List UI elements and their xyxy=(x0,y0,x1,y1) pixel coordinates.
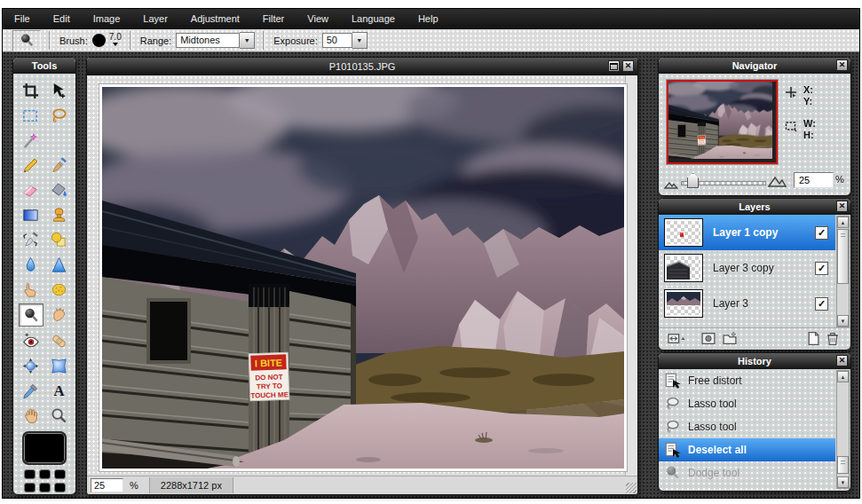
swatch-4[interactable] xyxy=(24,483,36,492)
menu-item-language[interactable]: Language xyxy=(340,9,407,29)
tool-type-tool[interactable]: A xyxy=(47,380,70,401)
history-step-label: Free distort xyxy=(688,374,742,387)
menu-item-filter[interactable]: Filter xyxy=(251,9,296,29)
tool-eraser-tool[interactable] xyxy=(19,179,42,201)
history-step[interactable]: Dodge tool xyxy=(659,461,835,484)
layer-row[interactable]: Layer 1 copy✓ xyxy=(659,215,835,250)
lasso-icon xyxy=(664,395,682,413)
scroll-up-button[interactable]: ▲ xyxy=(837,371,849,382)
tool-gradient-tool[interactable] xyxy=(19,204,42,225)
action-icon xyxy=(664,441,682,459)
menu-item-edit[interactable]: Edit xyxy=(42,9,82,29)
history-step[interactable]: Free distort xyxy=(659,369,835,392)
tool-color-replace-tool[interactable] xyxy=(19,229,42,250)
tool-pencil-tool[interactable] xyxy=(19,154,42,176)
scrollbar-thumb[interactable] xyxy=(837,229,849,284)
history-step-label: Deselect all xyxy=(688,444,747,456)
navigator-panel: Navigator ✕ X: Y: W: xyxy=(658,57,851,196)
layer-visibility-checkbox[interactable]: ✓ xyxy=(815,297,828,311)
tool-brush-tool[interactable] xyxy=(47,154,70,176)
photo-canvas-art xyxy=(102,87,624,469)
layer-thumbnail[interactable] xyxy=(665,290,702,317)
swatch-5[interactable] xyxy=(39,483,51,492)
tool-clone-stamp-tool[interactable] xyxy=(47,204,70,225)
tool-lasso-tool[interactable] xyxy=(47,105,70,126)
resize-grip[interactable] xyxy=(626,483,637,493)
close-icon[interactable]: ✕ xyxy=(836,59,848,71)
delete-layer-button[interactable] xyxy=(824,331,842,346)
tool-bloat-tool[interactable] xyxy=(19,355,42,376)
layer-thumbnail[interactable] xyxy=(665,255,702,281)
tool-sponge-tool[interactable] xyxy=(47,279,70,300)
navigator-title: Navigator ✕ xyxy=(659,58,850,74)
close-icon[interactable]: ✕ xyxy=(622,60,634,72)
range-dropdown[interactable]: Midtones ▼ xyxy=(176,32,255,49)
swatch-6[interactable] xyxy=(54,483,66,492)
tool-spot-heal-tool[interactable] xyxy=(47,330,70,351)
tool-burn-tool[interactable] xyxy=(47,303,70,325)
menu-item-image[interactable]: Image xyxy=(82,9,132,29)
photo-canvas[interactable] xyxy=(99,84,627,471)
close-icon[interactable]: ✕ xyxy=(836,355,848,366)
exposure-dropdown[interactable]: 50 ▼ xyxy=(322,32,368,49)
swatch-3[interactable] xyxy=(54,469,66,479)
layer-row[interactable]: Layer 3✓ xyxy=(659,286,835,321)
history-scrollbar[interactable]: ▲ ▼ xyxy=(836,370,850,489)
tool-fill-tool[interactable] xyxy=(47,179,70,201)
menu-item-adjustment[interactable]: Adjustment xyxy=(179,9,251,29)
scrollbar-thumb[interactable] xyxy=(837,456,849,474)
navigator-zoom-input[interactable]: 25 xyxy=(794,172,834,188)
main-color-swatch[interactable] xyxy=(22,431,67,465)
scroll-down-button[interactable]: ▼ xyxy=(837,476,849,488)
brush-size-control[interactable]: 7.0 xyxy=(109,33,122,49)
navigator-thumbnail[interactable] xyxy=(667,80,778,164)
tool-smudge-tool[interactable] xyxy=(19,279,42,300)
tool-zoom-tool[interactable] xyxy=(47,405,70,426)
history-step[interactable]: Lasso tool xyxy=(659,392,835,415)
tool-color-picker-tool[interactable] xyxy=(19,380,42,401)
menu-bar: FileEditImageLayerAdjustmentFilterViewLa… xyxy=(3,9,859,29)
history-step[interactable]: Lasso tool xyxy=(659,415,835,438)
tool-dodge-tool[interactable] xyxy=(19,303,43,327)
swatch-2[interactable] xyxy=(39,469,51,479)
layer-row[interactable]: Layer 3 copy✓ xyxy=(659,250,835,286)
tool-wand-tool[interactable] xyxy=(19,130,42,151)
new-layer-button[interactable] xyxy=(804,331,822,346)
layer-thumbnail[interactable] xyxy=(665,219,702,246)
tool-hand-tool[interactable] xyxy=(19,405,42,426)
tool-crop-tool[interactable] xyxy=(19,80,42,101)
menu-item-file[interactable]: File xyxy=(3,9,42,29)
menu-item-layer[interactable]: Layer xyxy=(131,9,179,29)
layer-mask-button[interactable] xyxy=(700,331,717,346)
close-icon[interactable]: ✕ xyxy=(836,201,848,212)
tool-pinch-tool[interactable] xyxy=(47,355,70,376)
chevron-down-icon[interactable]: ▼ xyxy=(352,32,368,49)
layer-settings-button[interactable] xyxy=(666,331,687,346)
scroll-up-button[interactable]: ▲ xyxy=(837,217,849,228)
chevron-down-icon[interactable]: ▼ xyxy=(240,32,255,49)
tool-drawing-tool[interactable] xyxy=(47,229,70,250)
vertical-scrollbar[interactable] xyxy=(625,75,637,476)
tool-red-eye-tool[interactable] xyxy=(19,330,42,351)
menu-item-help[interactable]: Help xyxy=(407,9,450,29)
zoom-out-mountain-icon[interactable] xyxy=(664,177,678,193)
layer-visibility-checkbox[interactable]: ✓ xyxy=(815,262,828,275)
zoom-in-mountain-icon[interactable] xyxy=(768,175,787,191)
menu-item-view[interactable]: View xyxy=(296,9,340,29)
tool-sharpen-tool[interactable] xyxy=(47,254,70,275)
swatch-1[interactable] xyxy=(24,469,36,479)
history-step[interactable]: Deselect all xyxy=(659,438,835,461)
document-title-bar[interactable]: P1010135.JPG ✕ xyxy=(87,58,637,75)
tool-marquee-tool[interactable] xyxy=(19,105,42,126)
tool-blur-tool[interactable] xyxy=(19,254,42,275)
layers-scrollbar[interactable]: ▲ ▼ xyxy=(836,216,850,327)
tool-move-tool[interactable] xyxy=(47,80,70,101)
scroll-down-button[interactable]: ▼ xyxy=(837,315,849,327)
zoom-slider-thumb[interactable] xyxy=(687,173,699,188)
brush-preview-icon[interactable] xyxy=(92,34,106,47)
layer-visibility-checkbox[interactable]: ✓ xyxy=(815,226,828,240)
layer-styles-button[interactable] xyxy=(721,331,739,346)
maximize-button[interactable] xyxy=(608,60,620,72)
zoom-input[interactable]: 25 xyxy=(91,478,123,492)
history-title-text: History xyxy=(738,356,771,366)
